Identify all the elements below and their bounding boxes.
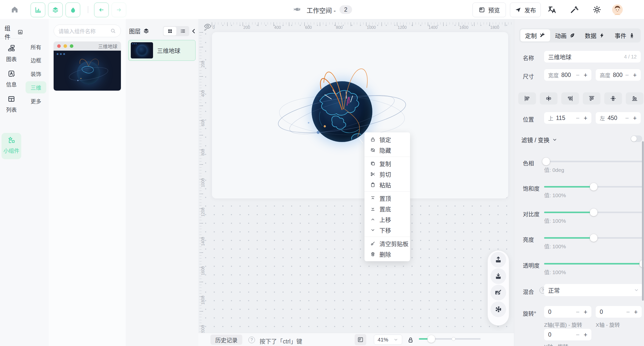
slider-handle[interactable]	[590, 209, 597, 216]
position-top-stepper[interactable]: 上 115 − +	[544, 112, 591, 124]
tab-event[interactable]: 事件	[610, 29, 640, 42]
history-button[interactable]: 历史记录	[210, 335, 242, 345]
sidebar-item-charts[interactable]: 图表	[2, 42, 21, 64]
list-view-button[interactable]	[176, 28, 189, 34]
contrast-slider[interactable]	[544, 212, 643, 213]
blend-select[interactable]: 正常	[544, 284, 643, 296]
brightness-slider[interactable]	[544, 237, 643, 239]
undo-button[interactable]	[94, 3, 109, 17]
opacity-slider[interactable]	[544, 263, 643, 264]
increment-button[interactable]: +	[633, 71, 637, 79]
filter-toggle[interactable]	[631, 135, 642, 142]
decrement-button[interactable]: −	[576, 308, 580, 316]
context-menu-item-lock[interactable]: 锁定	[364, 134, 410, 145]
category-border[interactable]: 边框	[26, 54, 46, 66]
name-input[interactable]: 三维地球 4 / 12	[544, 51, 641, 63]
settings-button[interactable]	[490, 301, 506, 317]
decrement-button[interactable]: −	[576, 71, 580, 79]
avatar[interactable]	[612, 4, 623, 16]
rotate-z-stepper[interactable]: 0 − +	[544, 306, 591, 318]
tab-data[interactable]: 数据	[580, 29, 610, 42]
increment-button[interactable]: +	[634, 308, 638, 316]
collapse-panel-icon[interactable]	[190, 28, 197, 35]
guideline-toggle-button[interactable]	[355, 334, 366, 345]
size-label: 尺寸	[523, 72, 534, 80]
zoom-slider[interactable]	[419, 338, 481, 341]
sidebar-item-widgets[interactable]: 小组件	[2, 133, 21, 159]
slider-handle[interactable]	[590, 234, 597, 242]
context-menu-item-delete[interactable]: 删除	[364, 249, 410, 259]
context-menu-item-cut[interactable]: 剪切	[364, 169, 410, 179]
saturation-slider[interactable]	[544, 186, 643, 188]
tab-animation[interactable]: 动画	[550, 29, 580, 42]
category-more[interactable]: 更多	[26, 95, 46, 107]
publish-button[interactable]: 发布	[510, 3, 541, 17]
rotate-y-stepper[interactable]: 0 − +	[544, 329, 591, 340]
edit-button[interactable]	[490, 285, 506, 300]
slider-handle[interactable]	[542, 158, 550, 165]
category-all[interactable]: 所有	[26, 41, 46, 53]
increment-button[interactable]: +	[633, 114, 637, 122]
align-middle-v-button[interactable]	[604, 92, 622, 105]
height-stepper[interactable]: 高度 800 − +	[596, 69, 641, 81]
layer-item-3d-earth[interactable]: 三维地球	[128, 40, 196, 61]
zoom-slider-handle[interactable]	[427, 335, 435, 343]
context-menu-item-move-down[interactable]: 下移	[364, 225, 410, 235]
tab-customize[interactable]: 定制	[520, 29, 550, 42]
context-menu-item-copy[interactable]: 复制	[364, 158, 410, 169]
decrement-button[interactable]: −	[625, 114, 629, 122]
align-left-button[interactable]	[518, 92, 536, 105]
align-bottom-button[interactable]	[626, 92, 643, 105]
decrement-button[interactable]: −	[576, 114, 580, 122]
align-right-button[interactable]	[561, 92, 579, 105]
increment-button[interactable]: +	[584, 71, 587, 79]
inspector-scrollbar[interactable]	[642, 141, 644, 301]
slider-handle[interactable]	[590, 183, 597, 191]
sidebar-item-info[interactable]: 信息	[2, 68, 21, 89]
search-input[interactable]: 请输入组件名称	[54, 25, 121, 37]
align-top-button[interactable]	[583, 92, 600, 105]
arrow-right-icon	[115, 6, 123, 14]
align-center-h-button[interactable]	[540, 92, 557, 105]
chart-tool-button[interactable]	[31, 3, 45, 17]
sidebar-item-list[interactable]: 列表	[2, 93, 21, 115]
filter-section-header[interactable]: 滤镜 / 变换	[521, 135, 557, 144]
component-card-3d-earth[interactable]: 三维地球	[54, 42, 121, 91]
preview-button[interactable]: 预览	[473, 3, 506, 17]
context-menu-item-paste[interactable]: 粘贴	[364, 179, 410, 190]
rotate-x-stepper[interactable]: 0 − +	[596, 306, 642, 318]
decrement-button[interactable]: −	[576, 331, 580, 338]
position-left-stepper[interactable]: 左 450 − +	[596, 112, 641, 124]
ruler-label: 1800	[201, 296, 205, 305]
width-stepper[interactable]: 宽度 800 − +	[544, 69, 591, 81]
home-icon[interactable]	[10, 5, 19, 15]
context-menu-item-to-top[interactable]: 置顶	[364, 193, 410, 203]
magic-wand-icon[interactable]	[570, 5, 579, 15]
zoom-100-marker	[452, 337, 455, 341]
hue-slider[interactable]	[544, 161, 643, 162]
context-menu-item-clear-clipboard[interactable]: 清空剪贴板	[364, 238, 410, 249]
zoom-lock-icon[interactable]	[407, 336, 414, 344]
zoom-select[interactable]: 41%	[374, 335, 402, 345]
context-menu-item-hide[interactable]: 隐藏	[364, 145, 410, 155]
redo-button[interactable]	[112, 3, 126, 17]
increment-button[interactable]: +	[584, 308, 587, 316]
help-icon[interactable]: ?	[248, 337, 255, 343]
category-decoration[interactable]: 装饰	[26, 68, 46, 80]
canvas[interactable]: 020040060080010001200140016001800 200400…	[198, 19, 514, 346]
decrement-button[interactable]: −	[625, 71, 629, 79]
material-tool-button[interactable]	[66, 3, 80, 17]
category-3d[interactable]: 三维	[26, 81, 46, 93]
language-icon[interactable]	[547, 5, 556, 15]
increment-button[interactable]: +	[584, 331, 587, 338]
grid-view-button[interactable]	[164, 27, 176, 35]
context-menu-item-move-up[interactable]: 上移	[364, 214, 410, 225]
theme-toggle-icon[interactable]	[592, 5, 602, 15]
context-menu-item-to-bottom[interactable]: 置底	[364, 203, 410, 214]
download-button[interactable]	[490, 268, 506, 284]
decrement-button[interactable]: −	[626, 308, 630, 316]
layers-tool-button[interactable]	[48, 3, 63, 17]
import-button[interactable]	[490, 252, 506, 268]
increment-button[interactable]: +	[584, 114, 587, 122]
sidebar-item-label: 信息	[2, 80, 21, 88]
